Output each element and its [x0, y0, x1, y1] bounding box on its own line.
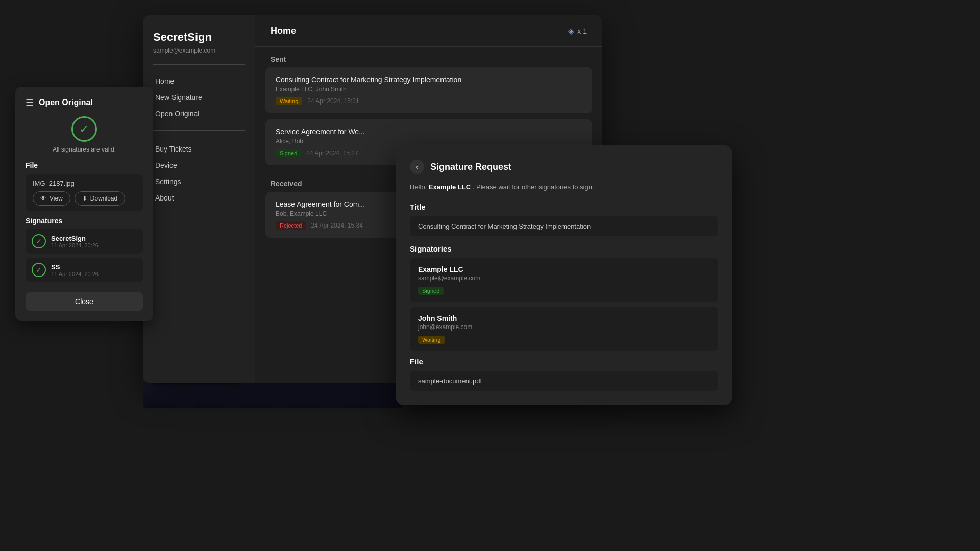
- sidebar-item-buy-tickets[interactable]: Buy Tickets: [153, 141, 245, 157]
- view-label: View: [50, 195, 63, 202]
- sidebar-item-new-signature[interactable]: New Signature: [153, 89, 245, 106]
- sig-date: 11 Apr 2024, 20:26: [51, 271, 99, 277]
- sig-name: SS: [51, 263, 99, 271]
- main-header: Home ◈ x 1: [255, 15, 602, 47]
- file-name: IMG_2187.jpg: [33, 180, 136, 187]
- signatures-section-label: Signatures: [26, 217, 143, 225]
- doc-parties: Example LLC, John Smith: [276, 86, 582, 93]
- sidebar-item-device[interactable]: Device: [153, 157, 245, 173]
- status-badge: Waiting: [276, 97, 302, 105]
- panel-title: Open Original: [39, 98, 93, 107]
- signature-item-1: ✓ SecretSign 11 Apr 2024, 20:26: [26, 229, 143, 254]
- signatory-card-2: John Smith john@example.com Waiting: [410, 307, 718, 351]
- sidebar-nav-secondary: Buy Tickets Device Settings About: [153, 141, 245, 206]
- signatory-email: john@example.com: [418, 323, 710, 331]
- menu-icon: ☰: [26, 97, 34, 108]
- file-actions: 👁 View ⬇ Download: [33, 191, 136, 206]
- file-section-label: File: [410, 357, 718, 366]
- token-icon: ◈: [568, 26, 574, 36]
- validity-check: ✓ All signatures are valid.: [26, 116, 143, 153]
- sidebar-divider: [153, 64, 245, 65]
- file-section-label: File: [26, 161, 143, 169]
- doc-title: Consulting Contract for Marketing Strate…: [276, 76, 582, 84]
- signatories-section-label: Signatories: [410, 244, 718, 253]
- sig-info: SecretSign 11 Apr 2024, 20:26: [51, 235, 99, 248]
- sig-check-icon: ✓: [32, 263, 46, 277]
- sig-check-icon: ✓: [32, 234, 46, 248]
- modal-title: Signature Request: [430, 162, 511, 172]
- valid-text: All signatures are valid.: [53, 146, 116, 153]
- status-badge: Signed: [276, 149, 301, 157]
- page-title: Home: [271, 26, 296, 36]
- doc-meta: Waiting 24 Apr 2024, 15:31: [276, 97, 582, 105]
- file-card: sample-document.pdf: [410, 371, 718, 391]
- check-circle: ✓: [71, 116, 97, 142]
- sig-info: SS 11 Apr 2024, 20:26: [51, 263, 99, 277]
- check-icon: ✓: [79, 122, 89, 136]
- sidebar-nav-primary: Home New Signature Open Original: [153, 73, 245, 122]
- token-badge: ◈ x 1: [568, 26, 587, 36]
- eye-icon: 👁: [40, 195, 46, 202]
- signatory-card-1: Example LLC sample@example.com Signed: [410, 258, 718, 302]
- doc-date: 24 Apr 2024, 15:34: [311, 222, 362, 229]
- token-count: x 1: [577, 27, 587, 35]
- signature-item-2: ✓ SS 11 Apr 2024, 20:26: [26, 258, 143, 282]
- sidebar: SecretSign sample@example.com Home New S…: [143, 15, 255, 383]
- doc-title: Service Agreement for We...: [276, 128, 582, 136]
- signature-request-modal: ‹ Signature Request Hello, Example LLC .…: [396, 145, 732, 405]
- signatory-email: sample@example.com: [418, 274, 710, 282]
- close-button[interactable]: Close: [26, 292, 143, 311]
- sidebar-item-open-original[interactable]: Open Original: [153, 106, 245, 122]
- download-button[interactable]: ⬇ Download: [75, 191, 125, 206]
- sent-section-label: Sent: [255, 47, 602, 67]
- panel-header: ☰ Open Original: [26, 97, 143, 108]
- app-brand: SecretSign: [153, 31, 245, 44]
- sidebar-divider-2: [153, 130, 245, 131]
- signatory-status-badge: Waiting: [418, 336, 445, 344]
- download-icon: ⬇: [82, 195, 87, 202]
- sidebar-item-about[interactable]: About: [153, 190, 245, 206]
- file-box: IMG_2187.jpg 👁 View ⬇ Download: [26, 174, 143, 211]
- check-mark-icon: ✓: [36, 237, 42, 245]
- view-button[interactable]: 👁 View: [33, 191, 70, 206]
- download-label: Download: [90, 195, 117, 202]
- doc-parties: Alice, Bob: [276, 138, 582, 145]
- sent-doc-1[interactable]: Consulting Contract for Marketing Strate…: [265, 67, 592, 113]
- signatory-name: Example LLC: [418, 265, 710, 273]
- sig-name: SecretSign: [51, 235, 99, 242]
- company-name: Example LLC: [429, 183, 471, 191]
- sig-date: 11 Apr 2024, 20:26: [51, 242, 99, 248]
- open-original-panel: ☰ Open Original ✓ All signatures are val…: [15, 87, 153, 321]
- sidebar-item-settings[interactable]: Settings: [153, 173, 245, 190]
- doc-title-display: Consulting Contract for Marketing Strate…: [410, 216, 718, 236]
- doc-date: 24 Apr 2024, 15:27: [306, 149, 358, 157]
- sidebar-item-home[interactable]: Home: [153, 73, 245, 89]
- status-badge: Rejected: [276, 221, 306, 230]
- signatory-status-badge: Signed: [418, 287, 444, 295]
- title-section-label: Title: [410, 203, 718, 211]
- signatory-name: John Smith: [418, 314, 710, 322]
- modal-header: ‹ Signature Request: [410, 160, 718, 174]
- user-email: sample@example.com: [153, 47, 245, 54]
- back-arrow-icon: ‹: [416, 163, 419, 171]
- back-button[interactable]: ‹: [410, 160, 424, 174]
- modal-message: Hello, Example LLC . Please wait for oth…: [410, 182, 718, 192]
- check-mark-icon: ✓: [36, 266, 42, 274]
- doc-date: 24 Apr 2024, 15:31: [307, 97, 359, 105]
